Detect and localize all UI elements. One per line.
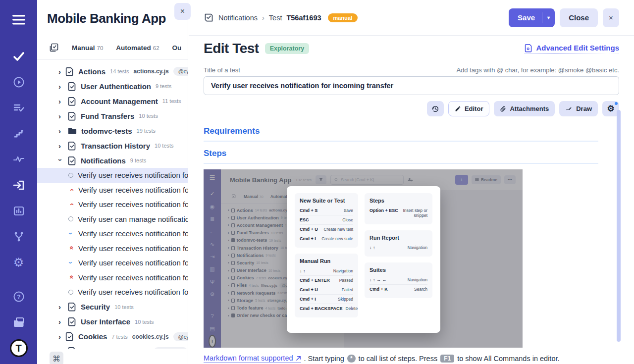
page-title-row: Edit Test Exploratory Advanced Edit Sett… xyxy=(204,41,619,56)
settings-gear-icon[interactable]: ⚙ xyxy=(0,253,37,272)
test-row[interactable]: Verify user receives notification fo xyxy=(37,168,188,183)
bar-chart-icon[interactable] xyxy=(0,201,37,221)
shortcut-action: Save xyxy=(344,208,353,213)
tree-suite-row[interactable]: Account Management 11 tests xyxy=(37,94,188,108)
paperclip-icon xyxy=(500,105,506,112)
hamburger-menu-icon[interactable] xyxy=(0,10,37,30)
steps-stairs-icon[interactable] xyxy=(0,124,37,144)
tab-attachments[interactable]: Attachments xyxy=(494,101,555,116)
gear-icon: ⚙ xyxy=(607,104,614,113)
suite-tab[interactable]: Ou xyxy=(172,44,182,52)
tree-suite-row[interactable]: Actions 14 tests actions.cy.js @cypre xyxy=(37,64,188,79)
close-x-button[interactable]: × xyxy=(603,8,619,27)
shortcut-key: Cmd + S xyxy=(300,208,317,213)
tree-suite-row[interactable]: Security 10 tests xyxy=(37,300,188,314)
suite-tab[interactable]: Automated62 xyxy=(116,44,159,52)
tab-label: Automated xyxy=(116,44,151,52)
attachments-tab-label: Attachments xyxy=(510,105,549,112)
chevron-icon[interactable] xyxy=(58,317,63,326)
tree-suite-row[interactable]: Transaction History 10 tests xyxy=(37,138,188,153)
panel-close-button[interactable]: × xyxy=(174,3,191,20)
tab-count: 62 xyxy=(153,45,159,51)
editor-tab-label: Editor xyxy=(465,105,483,112)
main-body: Edit Test Exploratory Advanced Edit Sett… xyxy=(189,36,634,364)
chevron-icon[interactable] xyxy=(58,112,63,120)
test-row[interactable]: Verify user receives notification fo xyxy=(37,256,188,270)
projects-folders-icon[interactable] xyxy=(0,312,37,332)
chevron-icon[interactable] xyxy=(56,158,65,163)
chevron-icon[interactable] xyxy=(58,142,63,150)
test-name: Verify user receives notification fo xyxy=(78,200,188,208)
breadcrumb: Notifications › Test T56af1693 manual xyxy=(204,12,358,23)
suite-test-count: 7 tests xyxy=(111,334,127,340)
requirements-heading[interactable]: Requirements xyxy=(204,126,598,142)
test-name: Verify user receives notification fo xyxy=(78,288,188,296)
suite-test-count: 19 tests xyxy=(137,128,156,134)
play-circle-icon[interactable] xyxy=(0,72,37,92)
suite-type-icon xyxy=(68,127,77,135)
chevron-icon[interactable] xyxy=(58,332,61,341)
tab-editor[interactable]: Editor xyxy=(448,101,490,116)
notification-dot xyxy=(615,102,618,105)
history-button[interactable] xyxy=(427,101,444,116)
test-row[interactable]: Verify user receives notification fo xyxy=(37,226,188,241)
suite-test-count: 9 tests xyxy=(130,157,146,163)
checklist-icon[interactable] xyxy=(0,98,37,118)
chevron-icon[interactable] xyxy=(58,127,63,135)
close-button[interactable]: Close xyxy=(560,8,598,27)
help-icon[interactable]: ? xyxy=(0,287,37,307)
vertical-scrollbar[interactable] xyxy=(617,110,621,342)
shortcuts-card-new-suite: New Suite or Test Cmd + SSaveESCCloseCmd… xyxy=(295,193,358,248)
priority-icon xyxy=(68,216,73,221)
sign-in-icon[interactable] xyxy=(0,175,37,195)
tree-suite-row[interactable]: Files 4 tests files.cy.js @cypress xyxy=(37,344,188,349)
shortcut-key: ↓ ↑ xyxy=(370,245,375,250)
test-name: Verify user receives notification fo xyxy=(78,171,188,179)
priority-icon xyxy=(68,260,74,266)
shortcut-row: Cmd + UFailed xyxy=(300,285,353,295)
suite-test-count: 10 tests xyxy=(114,304,134,310)
test-row[interactable]: Verify user receives notification fo xyxy=(37,270,188,285)
save-dropdown-caret[interactable]: ▾ xyxy=(542,12,555,23)
chevron-icon[interactable] xyxy=(58,97,63,105)
test-row[interactable]: Verify user receives notification fo xyxy=(37,197,188,212)
git-branch-icon[interactable] xyxy=(0,227,37,247)
shortcut-key: ESC xyxy=(300,217,309,222)
shortcut-row: ↓ ↑Navigation xyxy=(300,266,353,276)
card-rows: ↓ ↑ → ←NavigationCmd + KSearch xyxy=(370,275,427,294)
tree-suite-row[interactable]: User Interface 10 tests xyxy=(37,314,188,329)
shortcuts-card-manual-run: Manual Run ↓ ↑NavigationCmd + ENTERPasse… xyxy=(295,254,358,317)
shortcut-action: Passed xyxy=(339,278,353,283)
multi-select-icon[interactable] xyxy=(49,43,59,52)
chevron-icon[interactable] xyxy=(58,303,63,311)
test-row[interactable]: Verify user can manage notificatio xyxy=(37,212,188,227)
tree-suite-row[interactable]: todomvc-tests 19 tests xyxy=(37,123,188,138)
suite-file-name: cookies.cy.js xyxy=(132,333,169,340)
chevron-icon[interactable] xyxy=(58,67,61,76)
test-row[interactable]: Verify user receives notification fo xyxy=(37,183,188,198)
priority-icon xyxy=(68,187,74,193)
card-rows: Cmd + SSaveESCCloseCmd + UCreate new tes… xyxy=(300,206,353,243)
chevron-icon[interactable] xyxy=(58,82,63,91)
command-key-hint[interactable]: ⌘ xyxy=(50,352,63,364)
markdown-supported-link[interactable]: Markdown format supported xyxy=(204,354,301,363)
steps-heading[interactable]: Steps xyxy=(204,149,598,164)
advanced-edit-settings-link[interactable]: Advanced Edit Settings xyxy=(525,44,619,54)
check-runs-icon[interactable] xyxy=(0,47,37,66)
save-button[interactable]: Save▾ xyxy=(509,8,555,27)
tree-suite-row[interactable]: Cookies 7 tests cookies.cy.js @cypres xyxy=(37,329,188,344)
shortcuts-modal: New Suite or Test Cmd + SSaveESCCloseCmd… xyxy=(287,186,440,333)
tree-suite-row[interactable]: Notifications 9 tests xyxy=(37,153,188,168)
tree-suite-row[interactable]: Fund Transfers 10 tests xyxy=(37,108,188,123)
chevron-icon[interactable] xyxy=(58,347,63,349)
breadcrumb-section[interactable]: Notifications xyxy=(218,14,258,22)
test-row[interactable]: Verify user receives notification fo xyxy=(37,241,188,256)
tab-count: 70 xyxy=(97,45,104,51)
activity-pulse-icon[interactable] xyxy=(0,150,37,169)
test-title-input[interactable] xyxy=(204,76,619,95)
test-row[interactable]: Verify user receives notification fo xyxy=(37,285,188,300)
app-logo[interactable]: T xyxy=(0,338,37,358)
suite-tab[interactable]: Manual70 xyxy=(72,44,103,52)
tab-draw[interactable]: Draw xyxy=(559,101,598,116)
tree-suite-row[interactable]: User Authentication 9 tests xyxy=(37,79,188,94)
